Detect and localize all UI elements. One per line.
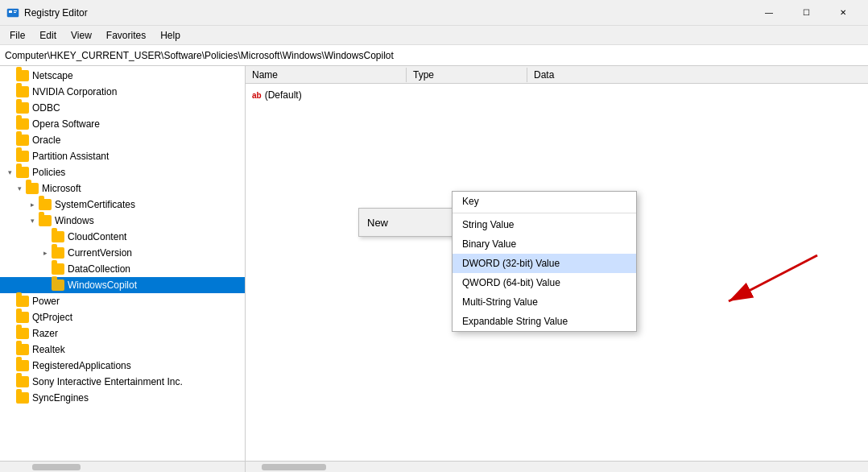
folder-icon-systemcerts [39, 199, 52, 210]
submenu-label-string-value: String Value [462, 219, 514, 230]
tree-item-oracle[interactable]: Oracle [0, 132, 245, 148]
submenu-item-qword-value[interactable]: QWORD (64-bit) Value [453, 273, 636, 292]
tree-item-power[interactable]: Power [0, 293, 245, 309]
submenu-label-multi-string: Multi-String Value [462, 296, 538, 308]
folder-icon-opera [16, 118, 29, 130]
tree-item-cloudcontent[interactable]: CloudContent [0, 229, 245, 245]
folder-icon-windowscopilot [52, 279, 64, 291]
title-bar: Registry Editor — ☐ ✕ [0, 0, 868, 26]
window-controls: — ☐ ✕ [750, 2, 862, 24]
column-type: Type [407, 68, 527, 82]
tree-item-netscape[interactable]: Netscape [0, 68, 245, 84]
folder-icon-datacollection [52, 263, 64, 275]
folder-icon-power [16, 296, 29, 307]
new-menu-button[interactable]: New ▶ [358, 208, 467, 237]
tree-label-partition: Partition Assistant [32, 151, 109, 162]
tree-item-nvidia[interactable]: NVIDIA Corporation [0, 84, 245, 100]
close-button[interactable]: ✕ [825, 2, 862, 24]
expander-systemcerts[interactable] [26, 198, 39, 211]
submenu-item-key[interactable]: Key [453, 192, 636, 211]
menu-help[interactable]: Help [154, 28, 187, 43]
svg-rect-2 [14, 10, 17, 11]
tree-item-razer[interactable]: Razer [0, 325, 245, 342]
submenu-item-string-value[interactable]: String Value [453, 215, 636, 234]
folder-icon-sony [16, 376, 29, 387]
tree-item-qtproject[interactable]: QtProject [0, 309, 245, 325]
tree-label-datacollection: DataCollection [68, 263, 130, 275]
folder-icon-currentversion [52, 247, 64, 259]
tree-item-policies[interactable]: Policies [0, 164, 245, 180]
ab-icon: ab [252, 91, 262, 100]
folder-icon-razer [16, 328, 29, 339]
expander-policies[interactable] [3, 166, 16, 179]
tree-label-netscape: Netscape [32, 70, 73, 81]
tree-item-systemcerts[interactable]: SystemCertificates [0, 197, 245, 213]
submenu-item-binary-value[interactable]: Binary Value [453, 234, 636, 254]
tree-label-syncengines: SyncEngines [32, 392, 89, 404]
tree-label-odbc: ODBC [32, 102, 60, 114]
tree-label-currentversion: CurrentVersion [68, 247, 132, 259]
menu-favorites[interactable]: Favorites [100, 28, 152, 43]
tree-label-windowscopilot: WindowsCopilot [68, 279, 137, 291]
expander-microsoft[interactable] [13, 182, 26, 195]
tree-label-oracle: Oracle [32, 135, 60, 146]
menu-file[interactable]: File [3, 28, 31, 43]
folder-icon-registeredapps [16, 360, 29, 371]
menu-edit[interactable]: Edit [33, 28, 63, 43]
right-panel: Name Type Data ab (Default) New ▶ Key [246, 66, 868, 472]
column-data: Data [527, 68, 560, 82]
tree-label-systemcerts: SystemCertificates [55, 199, 135, 210]
expander-currentversion[interactable] [39, 246, 52, 259]
submenu-label-binary-value: Binary Value [462, 238, 516, 250]
svg-rect-1 [9, 10, 12, 13]
tree-label-power: Power [32, 296, 60, 307]
folder-icon-qtproject [16, 312, 29, 323]
maximize-button[interactable]: ☐ [787, 2, 825, 24]
folder-icon-partition [16, 151, 29, 162]
folder-icon-cloudcontent [52, 231, 64, 242]
registry-icon [6, 6, 19, 19]
submenu-label-expandable-string: Expandable String Value [462, 316, 568, 327]
folder-icon-microsoft [26, 183, 39, 194]
values-list: ab (Default) [246, 84, 868, 106]
folder-icon-netscape [16, 70, 29, 81]
tree-label-opera: Opera Software [32, 118, 100, 130]
minimize-button[interactable]: — [750, 2, 787, 24]
tree-label-microsoft: Microsoft [42, 183, 81, 194]
value-name-default: (Default) [265, 89, 302, 101]
submenu-separator-1 [453, 213, 636, 213]
tree-label-razer: Razer [32, 328, 58, 339]
menu-view[interactable]: View [64, 28, 98, 43]
tree-item-currentversion[interactable]: CurrentVersion [0, 245, 245, 261]
tree-item-registeredapps[interactable]: RegisteredApplications [0, 358, 245, 374]
reg-value-default[interactable]: ab (Default) [249, 87, 865, 103]
submenu-item-expandable-string[interactable]: Expandable String Value [453, 312, 636, 331]
horizontal-scrollbar[interactable] [246, 461, 868, 472]
column-header: Name Type Data [246, 66, 868, 84]
submenu-item-dword-value[interactable]: DWORD (32-bit) Value [453, 254, 636, 273]
folder-icon-policies [16, 167, 29, 178]
tree-item-windowscopilot[interactable]: WindowsCopilot [0, 277, 245, 293]
red-arrow-indicator [713, 251, 825, 316]
tree-item-windows[interactable]: Windows [0, 213, 245, 229]
tree-item-microsoft[interactable]: Microsoft [0, 180, 245, 197]
tree-item-realtek[interactable]: Realtek [0, 342, 245, 358]
tree-label-policies: Policies [32, 167, 65, 178]
submenu: Key String Value Binary Value DWORD (32-… [452, 191, 637, 332]
folder-icon-nvidia [16, 86, 29, 97]
expander-windows[interactable] [26, 214, 39, 227]
tree-item-sony[interactable]: Sony Interactive Entertainment Inc. [0, 374, 245, 390]
tree-item-datacollection[interactable]: DataCollection [0, 261, 245, 277]
tree-item-partition[interactable]: Partition Assistant [0, 148, 245, 164]
submenu-item-multi-string[interactable]: Multi-String Value [453, 292, 636, 312]
column-name: Name [246, 68, 407, 82]
tree-item-syncengines[interactable]: SyncEngines [0, 390, 245, 406]
folder-icon-windows [39, 215, 52, 226]
tree-label-cloudcontent: CloudContent [68, 231, 126, 242]
submenu-label-dword-value: DWORD (32-bit) Value [462, 258, 560, 269]
address-path: Computer\HKEY_CURRENT_USER\Software\Poli… [5, 50, 394, 61]
tree-label-registeredapps: RegisteredApplications [32, 360, 131, 371]
tree-item-odbc[interactable]: ODBC [0, 100, 245, 116]
tree-item-opera[interactable]: Opera Software [0, 116, 245, 132]
tree-panel[interactable]: Netscape NVIDIA Corporation ODBC Opera S… [0, 66, 246, 472]
